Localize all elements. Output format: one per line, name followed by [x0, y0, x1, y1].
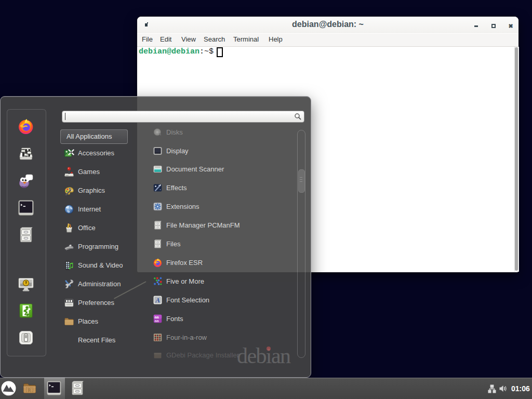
svg-text:aa: aa — [154, 318, 159, 323]
svg-text:A: A — [155, 297, 159, 304]
svg-text:D: D — [28, 388, 31, 392]
